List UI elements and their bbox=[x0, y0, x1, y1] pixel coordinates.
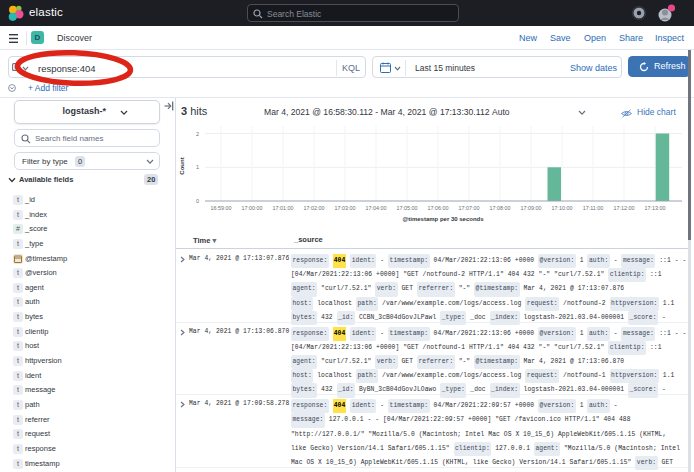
svg-text:Count: Count bbox=[179, 157, 185, 174]
svg-text:17:07:00: 17:07:00 bbox=[459, 205, 480, 211]
svg-text:17:05:00: 17:05:00 bbox=[397, 205, 418, 211]
svg-text:@timestamp per 30 seconds: @timestamp per 30 seconds bbox=[402, 216, 484, 222]
svg-text:17:10:00: 17:10:00 bbox=[552, 205, 573, 211]
svg-text:17:06:00: 17:06:00 bbox=[428, 205, 449, 211]
svg-text:0: 0 bbox=[196, 198, 199, 204]
svg-text:17:12:00: 17:12:00 bbox=[614, 205, 635, 211]
svg-text:17:08:00: 17:08:00 bbox=[490, 205, 511, 211]
svg-text:1: 1 bbox=[196, 164, 199, 170]
svg-text:17:04:00: 17:04:00 bbox=[366, 205, 387, 211]
svg-text:17:02:00: 17:02:00 bbox=[304, 205, 325, 211]
svg-text:17:03:00: 17:03:00 bbox=[335, 205, 356, 211]
svg-text:2: 2 bbox=[196, 131, 199, 137]
svg-text:17:00:00: 17:00:00 bbox=[242, 205, 263, 211]
svg-text:17:13:00: 17:13:00 bbox=[645, 205, 666, 211]
svg-text:17:11:00: 17:11:00 bbox=[583, 205, 604, 211]
svg-text:17:09:00: 17:09:00 bbox=[521, 205, 542, 211]
svg-text:17:01:00: 17:01:00 bbox=[273, 205, 294, 211]
svg-text:16:59:00: 16:59:00 bbox=[211, 205, 232, 211]
